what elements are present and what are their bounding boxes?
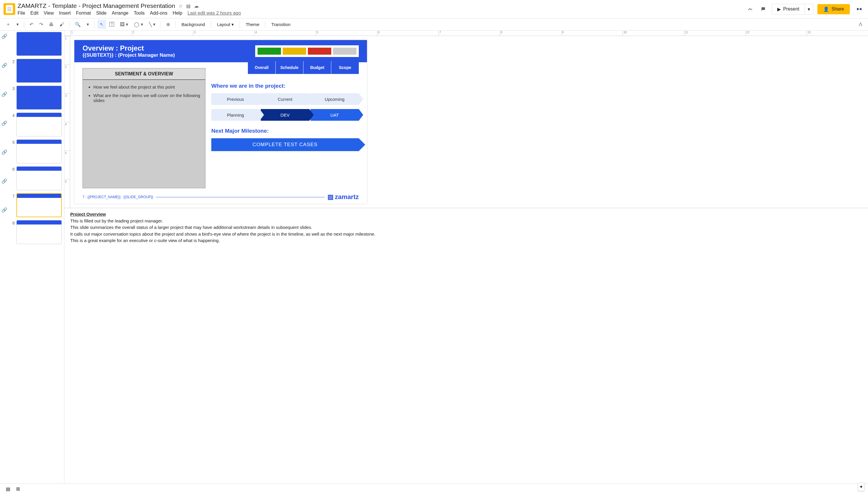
vertical-ruler[interactable]: 123456: [65, 36, 70, 208]
slide-header[interactable]: Overview : Project {{SUBTEXT}} : (Projec…: [74, 40, 367, 62]
menu-slide[interactable]: Slide: [96, 11, 107, 16]
thumbnail-selected[interactable]: [16, 193, 62, 217]
slide-subtitle[interactable]: {{SUBTEXT}} : (Project Manager Name): [83, 52, 175, 58]
new-slide-button[interactable]: ＋: [3, 20, 13, 29]
notes-line[interactable]: It calls out major conversation topics a…: [70, 231, 862, 238]
zoom-dropdown[interactable]: ▾: [84, 20, 91, 29]
transition-button[interactable]: Transition: [268, 20, 293, 28]
slide-canvas[interactable]: Overview : Project {{SUBTEXT}} : (Projec…: [74, 40, 367, 204]
brand-logo[interactable]: [854, 4, 865, 14]
where-header[interactable]: Where we are in the project:: [211, 83, 359, 89]
thumbnail[interactable]: [16, 139, 62, 164]
status-chip-yellow[interactable]: [283, 48, 306, 55]
horizontal-ruler[interactable]: 12345678910111213: [65, 31, 868, 36]
explore-button[interactable]: ✦: [858, 482, 865, 491]
thumbnail[interactable]: [16, 166, 62, 190]
undo-button[interactable]: ↶: [27, 20, 36, 29]
move-icon[interactable]: ▤: [186, 3, 191, 9]
zoom-button[interactable]: 🔍: [73, 20, 83, 29]
slide-title[interactable]: Overview : Project: [83, 44, 175, 52]
theme-button[interactable]: Theme: [243, 20, 263, 28]
status-overall[interactable]: Overall: [248, 61, 275, 74]
activity-icon[interactable]: [746, 5, 755, 14]
comment-icon[interactable]: [759, 5, 767, 14]
grid-view-icon[interactable]: ⊞: [16, 486, 20, 492]
footer-text[interactable]: 7 : {{PROJECT_NAME}} : {{SLIDE_GROUP}}: [83, 195, 153, 199]
sentiment-body[interactable]: How we feel about the project at this po…: [83, 80, 205, 188]
cloud-icon[interactable]: ☁: [194, 3, 199, 9]
status-chip-green[interactable]: [257, 48, 281, 55]
sentiment-box[interactable]: SENTIMENT & OVERVIEW How we feel about t…: [83, 68, 205, 188]
textbox-tool[interactable]: 🅃: [107, 20, 116, 29]
document-title[interactable]: ZAMARTZ - Template - Project Management …: [18, 2, 175, 10]
status-scope[interactable]: Scope: [331, 61, 359, 74]
phase-upcoming[interactable]: Upcoming: [310, 93, 359, 105]
attachment-icon[interactable]: 🔗: [1, 207, 7, 213]
milestone-chevron[interactable]: COMPLETE TEST CASES: [211, 138, 359, 151]
attachment-icon[interactable]: 🔗: [1, 178, 7, 184]
phase-uat[interactable]: UAT: [310, 109, 359, 121]
thumbnail-panel[interactable]: 2 3 4 5 6 7 8: [9, 31, 65, 493]
thumbnail[interactable]: [16, 113, 62, 136]
menu-addons[interactable]: Add-ons: [150, 11, 167, 16]
menu-insert[interactable]: Insert: [59, 11, 71, 16]
thumb-number: 2: [11, 59, 15, 83]
menu-help[interactable]: Help: [173, 11, 182, 16]
milestone-header[interactable]: Next Major Milestone:: [211, 128, 359, 134]
select-tool[interactable]: ↖: [97, 20, 106, 29]
phase-previous[interactable]: Previous: [211, 93, 259, 105]
thumbnail[interactable]: [16, 86, 62, 110]
filmstrip-view-icon[interactable]: ▤: [6, 486, 10, 492]
phase-planning[interactable]: Planning: [211, 109, 259, 121]
comment-tool[interactable]: ⊕: [164, 20, 173, 29]
star-icon[interactable]: ☆: [179, 3, 183, 9]
sentiment-bullet[interactable]: What are the major items we will cover o…: [93, 93, 200, 103]
sentiment-bullet[interactable]: How we feel about the project at this po…: [93, 84, 200, 90]
redo-button[interactable]: ↷: [37, 20, 46, 29]
thumbnail[interactable]: [16, 59, 62, 83]
layout-button[interactable]: Layout ▾: [214, 20, 236, 29]
present-dropdown[interactable]: ▾: [804, 4, 813, 14]
attachment-icon[interactable]: 🔗: [1, 149, 7, 155]
shape-tool[interactable]: ◯ ▾: [132, 20, 145, 29]
notes-title[interactable]: Project Overview: [70, 211, 862, 218]
status-chip-gray[interactable]: [333, 48, 357, 55]
menu-arrange[interactable]: Arrange: [112, 11, 128, 16]
paint-format-button[interactable]: 🖌: [57, 20, 67, 29]
phase-current[interactable]: Current: [261, 93, 309, 105]
slides-logo[interactable]: [3, 3, 15, 15]
menu-tools[interactable]: Tools: [134, 11, 145, 16]
status-schedule[interactable]: Schedule: [276, 61, 303, 74]
background-button[interactable]: Background: [179, 20, 208, 28]
attachment-icon[interactable]: 🔗: [1, 92, 7, 97]
attachment-icon[interactable]: 🔗: [1, 34, 7, 39]
notes-line[interactable]: This is filled out by the leading projec…: [70, 218, 862, 225]
menu-view[interactable]: View: [43, 11, 54, 16]
zamartz-logo[interactable]: zamartz: [327, 193, 359, 201]
share-button[interactable]: 👤 Share: [817, 4, 850, 14]
menu-format[interactable]: Format: [76, 11, 91, 16]
collapse-toolbar-icon[interactable]: ᐱ: [856, 20, 865, 29]
menu-file[interactable]: File: [18, 11, 25, 16]
notes-line[interactable]: This is a great example for an executive…: [70, 238, 862, 243]
speaker-notes[interactable]: Project Overview This is filled out by t…: [65, 208, 868, 243]
status-budget[interactable]: Budget: [304, 61, 331, 74]
sentiment-header[interactable]: SENTIMENT & OVERVIEW: [83, 69, 205, 80]
print-button[interactable]: 🖶: [47, 20, 56, 29]
menu-edit[interactable]: Edit: [31, 11, 39, 16]
thumbnail[interactable]: [16, 32, 62, 56]
image-tool[interactable]: 🖼 ▾: [117, 20, 130, 29]
line-tool[interactable]: ╲ ▾: [147, 20, 158, 29]
notes-line[interactable]: This slide summarizes the overall status…: [70, 224, 862, 231]
thumbnail[interactable]: [16, 220, 62, 244]
status-chip-red[interactable]: [308, 48, 331, 55]
slide-footer[interactable]: 7 : {{PROJECT_NAME}} : {{SLIDE_GROUP}} z…: [83, 193, 359, 201]
phase-dev[interactable]: DEV: [261, 109, 309, 121]
last-edit-link[interactable]: Last edit was 2 hours ago: [187, 11, 241, 16]
status-labels[interactable]: Overall Schedule Budget Scope: [248, 61, 359, 74]
attachment-icon[interactable]: 🔗: [1, 62, 7, 68]
status-chips[interactable]: [255, 45, 359, 57]
attachment-icon[interactable]: 🔗: [1, 120, 7, 126]
new-slide-dropdown[interactable]: ▾: [14, 20, 21, 29]
present-button[interactable]: ▶ Present: [772, 4, 804, 14]
